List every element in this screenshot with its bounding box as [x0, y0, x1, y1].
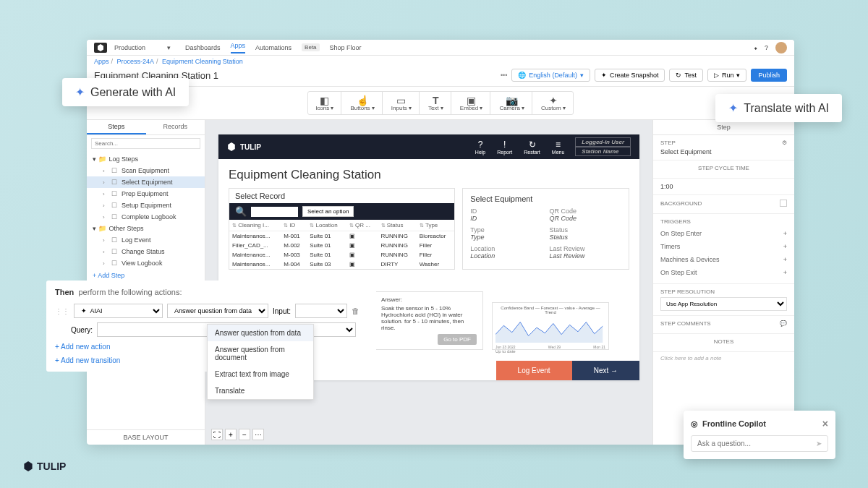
tool-buttons[interactable]: ☝Buttons ▾ [343, 92, 382, 114]
step-complete-logbook[interactable]: ›☐Complete Logbook [87, 211, 205, 223]
sim-restart-icon[interactable]: ↻Restart [520, 140, 544, 155]
tool-text[interactable]: TText ▾ [421, 92, 451, 114]
option-extract-text[interactable]: Extract text from image [208, 366, 313, 382]
trash-icon[interactable]: 🗑 [352, 307, 359, 315]
gear-icon[interactable]: ⚙ [782, 140, 787, 146]
compass-icon[interactable]: ⬥ [754, 44, 757, 51]
nav-apps[interactable]: Apps [231, 42, 246, 53]
copilot-popup: ◎ Frontline Copilot × ➤ [684, 411, 835, 459]
sim-menu-icon[interactable]: ≡Menu [548, 140, 569, 155]
nav-automations[interactable]: Automations [255, 44, 292, 51]
copilot-icon: ◎ [691, 419, 698, 429]
right-tab-step[interactable]: Step [653, 120, 794, 135]
trigger-action-panel: Then perform the following actions: ⋮⋮ ✦… [46, 281, 376, 372]
copilot-input[interactable] [697, 440, 816, 448]
sim-step-title: Equipment Cleaning Station [218, 159, 639, 188]
step-scan-equipment[interactable]: ›☐Scan Equipment [87, 165, 205, 176]
top-nav: Dashboards Apps Automations Beta Shop Fl… [185, 42, 362, 53]
drag-handle-icon[interactable]: ⋮⋮ [55, 307, 69, 315]
sim-report-icon[interactable]: !Report [493, 140, 516, 155]
station-name: Station Name [575, 147, 631, 156]
sim-help-icon[interactable]: ?Help [472, 140, 489, 155]
step-view-logbook[interactable]: ›☐View Logbook [87, 257, 205, 269]
zoom-in-icon[interactable]: + [225, 429, 237, 440]
svg-marker-3 [24, 461, 32, 471]
tab-records[interactable]: Records [146, 120, 205, 134]
ai-action-dropdown: Answer question from data Answer questio… [207, 324, 314, 400]
search-icon[interactable]: 🔍 [235, 206, 247, 217]
tool-inputs[interactable]: ▭Inputs ▾ [384, 92, 420, 114]
test-button[interactable]: ↻ Test [669, 69, 703, 82]
topbar: Production▾ Dashboards Apps Automations … [87, 40, 794, 56]
crumb-apps[interactable]: Apps [94, 58, 109, 65]
right-panel: Step STEP⚙ Select Equipment STEP CYCLE T… [652, 120, 794, 445]
select-option-button[interactable]: Select an option [302, 206, 354, 217]
zoom-more-icon[interactable]: ⋯ [252, 429, 264, 440]
tab-steps[interactable]: Steps [87, 120, 146, 134]
answer-text: Soak the sensor in 5 - 10% Hydrochloric … [381, 305, 477, 331]
background-checkbox[interactable] [780, 200, 787, 207]
nav-dashboards[interactable]: Dashboards [185, 44, 221, 51]
zoom-controls: ⛶ + − ⋯ [211, 429, 264, 440]
table-row[interactable]: Maintenance...M-001Suite 01▣RUNNINGBiore… [229, 231, 454, 241]
generate-with-ai-callout[interactable]: ✦ Generate with AI [62, 78, 189, 106]
base-layout-button[interactable]: BASE LAYOUT [87, 429, 205, 445]
ai-action-select[interactable]: Answer question from data [167, 304, 268, 318]
run-button[interactable]: ▷ Run ▾ [707, 69, 747, 82]
close-icon[interactable]: × [822, 418, 828, 429]
tool-custom[interactable]: ✦Custom ▾ [534, 92, 573, 114]
more-menu[interactable]: ••• [501, 72, 507, 79]
step-setup-equipment[interactable]: ›☐Setup Equipment [87, 200, 205, 211]
steps-search-input[interactable] [91, 138, 200, 149]
action-type-select[interactable]: ✦ AIAI [74, 304, 163, 318]
beta-tag: Beta [302, 43, 319, 51]
step-change-status[interactable]: ›☐Change Status [87, 246, 205, 257]
record-search-input[interactable] [251, 207, 298, 217]
trigger-on-step-exit[interactable]: On Step Exit+ [660, 266, 787, 279]
svg-marker-1 [228, 142, 235, 151]
translate-with-ai-callout[interactable]: ✦ Translate with AI [715, 94, 842, 122]
step-prep-equipment[interactable]: ›☐Prep Equipment [87, 188, 205, 200]
environment-select[interactable]: Production▾ [114, 44, 171, 51]
tool-icons[interactable]: ◧Icons ▾ [308, 92, 341, 114]
option-answer-document[interactable]: Answer question from document [208, 341, 313, 366]
create-snapshot-button[interactable]: ✦ Create Snapshot [595, 69, 665, 82]
notes-field[interactable]: Click here to add a note [653, 352, 794, 364]
table-row[interactable]: Filler_CAD_...M-002Suite 01▣RUNNINGFille… [229, 241, 454, 250]
option-translate[interactable]: Translate [208, 382, 313, 399]
table-row[interactable]: Maintenance...M-004Suite 03▣DIRTYWasher [229, 260, 454, 269]
avatar[interactable] [775, 42, 787, 53]
zoom-out-icon[interactable]: − [239, 429, 250, 440]
crumb-process[interactable]: Process-24A [117, 58, 155, 65]
tool-embed[interactable]: ▣Embed ▾ [453, 92, 491, 114]
zoom-fit-icon[interactable]: ⛶ [211, 429, 223, 440]
records-table[interactable]: ⇅ Cleaning I... ⇅ ID ⇅ Location ⇅ QR ...… [229, 220, 454, 269]
trend-chart: Confidence Band — Forecast — value - Ave… [492, 302, 609, 350]
trigger-timers[interactable]: Timers+ [660, 240, 787, 253]
crumb-station[interactable]: Equipment Cleaning Station [162, 58, 243, 65]
option-answer-data[interactable]: Answer question from data [208, 325, 313, 341]
log-event-button[interactable]: Log Event [496, 361, 572, 380]
input-select[interactable] [295, 304, 347, 318]
comment-icon[interactable]: 💬 [780, 320, 787, 327]
step-log-event[interactable]: ›☐Log Event [87, 234, 205, 246]
select-equipment-panel: Select Equipment IDIDQR CodeQR CodeTypeT… [462, 188, 629, 270]
send-icon[interactable]: ➤ [816, 440, 822, 448]
breadcrumb: Apps/ Process-24A/ Equipment Cleaning St… [87, 56, 794, 67]
logged-in-user: Logged-in User [575, 137, 631, 147]
trigger-machines[interactable]: Machines & Devices+ [660, 253, 787, 266]
publish-button[interactable]: Publish [751, 69, 787, 82]
language-select[interactable]: 🌐 English (Default) ▾ [511, 69, 590, 82]
next-button[interactable]: Next → [572, 361, 639, 380]
group-log-steps[interactable]: ▾ 📁 Log Steps [87, 153, 205, 165]
tulip-brand-logo: TULIP [23, 461, 66, 472]
tool-camera[interactable]: 📷Camera ▾ [492, 92, 532, 114]
resolution-select[interactable]: Use App Resolution [660, 297, 787, 311]
trigger-on-step-enter[interactable]: On Step Enter+ [660, 227, 787, 240]
table-row[interactable]: Maintenance...M-003Suite 01▣RUNNINGFille… [229, 250, 454, 260]
nav-shopfloor[interactable]: Shop Floor [330, 44, 362, 51]
help-icon[interactable]: ? [765, 44, 768, 51]
go-to-pdf-button[interactable]: Go to PDF [438, 334, 477, 345]
group-other-steps[interactable]: ▾ 📁 Other Steps [87, 223, 205, 234]
step-select-equipment[interactable]: ›☐Select Equipment [87, 176, 205, 188]
